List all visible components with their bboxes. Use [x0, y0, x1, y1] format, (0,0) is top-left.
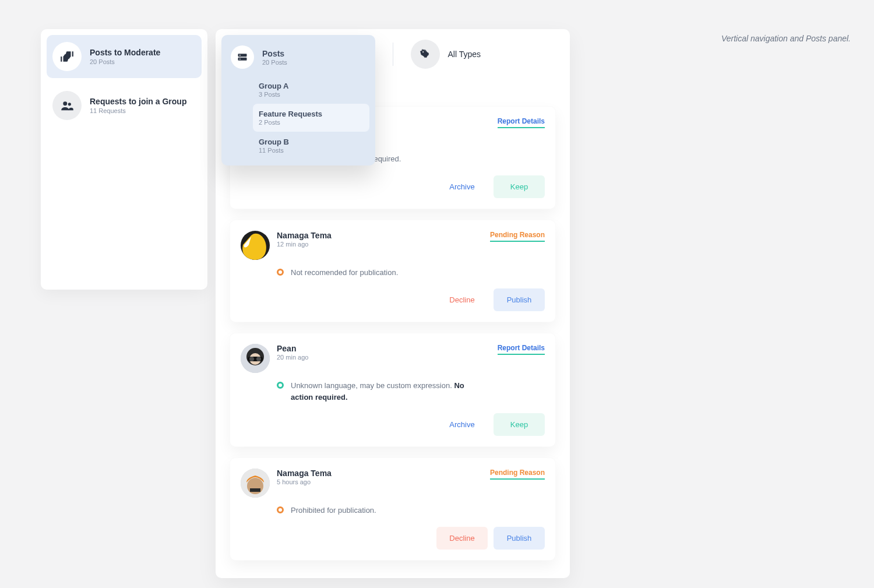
status-indicator-icon	[277, 382, 284, 389]
avatar	[241, 231, 270, 260]
sidebar-item-label: Posts to Moderate	[90, 48, 160, 57]
posts-list: Report Details on required. Archive Keep	[230, 106, 556, 561]
posts-panel: Posts 20 Posts All Types	[216, 29, 570, 578]
vertical-divider	[393, 43, 393, 66]
post-author: Pean	[277, 344, 308, 353]
svg-point-9	[239, 55, 241, 56]
dropdown-item-label: Group A	[259, 82, 364, 90]
dropdown-item-sublabel: 2 Posts	[259, 119, 364, 126]
post-card: Namaga Tema 5 hours ago Pending Reason P…	[230, 457, 556, 561]
status-indicator-icon	[277, 506, 284, 513]
sidebar-item-posts-to-moderate[interactable]: Posts to Moderate 20 Posts	[47, 35, 202, 78]
avatar	[241, 344, 270, 373]
post-card: Pean 20 min ago Report Details Unknown l…	[230, 333, 556, 447]
dropdown-item-label: Feature Requests	[259, 110, 364, 118]
archive-button[interactable]: Archive	[436, 175, 488, 198]
archive-button[interactable]: Archive	[436, 413, 488, 436]
svg-point-1	[68, 103, 71, 105]
pending-reason-link[interactable]: Pending Reason	[490, 231, 545, 242]
thumbs-icon	[52, 42, 82, 71]
post-time: 12 min ago	[277, 241, 332, 248]
filter-types[interactable]: All Types	[411, 40, 556, 69]
keep-button[interactable]: Keep	[494, 175, 545, 198]
post-author: Namaga Tema	[277, 469, 332, 478]
posts-dropdown: Posts 20 Posts Group A 3 Posts Feature R…	[221, 35, 375, 166]
dropdown-sublabel: 20 Posts	[262, 59, 287, 66]
dropdown-item-group-a[interactable]: Group A 3 Posts	[253, 76, 369, 104]
decline-button[interactable]: Decline	[436, 527, 488, 550]
post-message: Not recomended for publication.	[291, 267, 398, 279]
publish-button[interactable]: Publish	[494, 527, 545, 550]
svg-point-16	[249, 357, 254, 361]
decline-button[interactable]: Decline	[436, 288, 488, 311]
dropdown-item-sublabel: 11 Posts	[259, 147, 364, 154]
post-time: 5 hours ago	[277, 478, 332, 485]
svg-point-10	[239, 58, 241, 59]
svg-point-17	[256, 357, 261, 361]
dropdown-list: Group A 3 Posts Feature Requests 2 Posts…	[227, 76, 369, 160]
svg-point-6	[422, 51, 424, 52]
svg-point-0	[63, 101, 67, 105]
post-message: Unknown language, may be custom expressi…	[291, 380, 466, 403]
stack-icon	[231, 45, 254, 69]
dropdown-item-feature-requests[interactable]: Feature Requests 2 Posts	[253, 104, 369, 132]
dropdown-item-label: Group B	[259, 138, 364, 146]
tags-icon	[411, 40, 440, 69]
report-details-link[interactable]: Report Details	[498, 344, 545, 355]
filter-types-label: All Types	[448, 50, 481, 59]
dropdown-item-group-b[interactable]: Group B 11 Posts	[253, 132, 369, 160]
keep-button[interactable]: Keep	[494, 413, 545, 436]
caption-text: Vertical navigation and Posts panel.	[721, 34, 851, 43]
sidebar-item-sublabel: 20 Posts	[90, 58, 160, 65]
people-icon	[52, 91, 82, 120]
status-indicator-icon	[277, 269, 284, 276]
sidebar-item-sublabel: 11 Requests	[90, 107, 186, 114]
avatar	[241, 469, 270, 498]
svg-rect-7	[238, 54, 247, 57]
sidebar: Posts to Moderate 20 Posts Requests to j…	[41, 29, 207, 290]
sidebar-item-label: Requests to join a Group	[90, 97, 186, 106]
svg-rect-20	[250, 488, 260, 492]
publish-button[interactable]: Publish	[494, 288, 545, 311]
dropdown-item-sublabel: 3 Posts	[259, 91, 364, 98]
report-details-link[interactable]: Report Details	[498, 117, 545, 128]
svg-rect-8	[238, 58, 247, 61]
post-message: Prohibited for publication.	[291, 505, 376, 516]
post-author: Namaga Tema	[277, 231, 332, 240]
sidebar-item-group-requests[interactable]: Requests to join a Group 11 Requests	[47, 84, 202, 127]
post-time: 20 min ago	[277, 354, 308, 361]
dropdown-title: Posts	[262, 49, 287, 58]
dropdown-header[interactable]: Posts 20 Posts	[227, 43, 369, 76]
post-card: Namaga Tema 12 min ago Pending Reason No…	[230, 220, 556, 323]
pending-reason-link[interactable]: Pending Reason	[490, 469, 545, 480]
